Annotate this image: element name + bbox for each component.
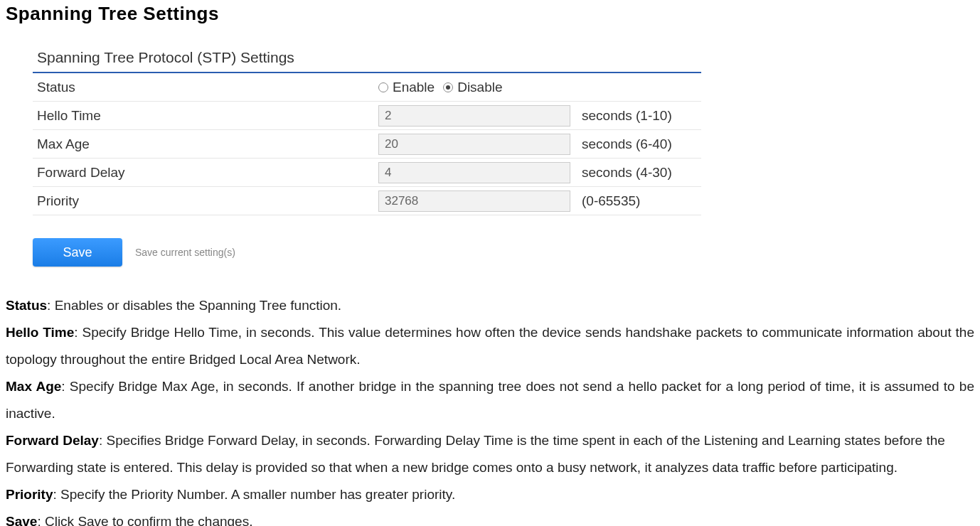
desc-priority-text: : Specify the Priority Number. A smaller… bbox=[53, 487, 456, 502]
row-priority: Priority (0-65535) bbox=[33, 187, 701, 215]
status-enable-radio[interactable]: Enable bbox=[378, 80, 435, 95]
row-status: Status Enable Disable bbox=[33, 73, 701, 102]
save-row: Save Save current setting(s) bbox=[33, 238, 974, 267]
desc-fwd-term: Forward Delay bbox=[6, 433, 99, 448]
desc-status-text: : Enables or disables the Spanning Tree … bbox=[47, 298, 341, 313]
page-title: Spanning Tree Settings bbox=[6, 3, 974, 25]
radio-icon bbox=[378, 82, 388, 92]
status-radio-group: Enable Disable bbox=[378, 80, 697, 95]
status-enable-label: Enable bbox=[393, 80, 435, 95]
desc-maxage-term: Max Age bbox=[6, 379, 61, 394]
radio-icon bbox=[443, 82, 453, 92]
row-max-age: Max Age seconds (6-40) bbox=[33, 130, 701, 159]
status-disable-radio[interactable]: Disable bbox=[443, 80, 502, 95]
desc-hello-term: Hello Time bbox=[6, 325, 74, 340]
forward-delay-unit: seconds (4-30) bbox=[582, 165, 672, 181]
hello-time-unit: seconds (1-10) bbox=[582, 108, 672, 124]
priority-label: Priority bbox=[37, 193, 378, 209]
max-age-input[interactable] bbox=[378, 134, 570, 155]
desc-maxage-text: : Specify Bridge Max Age, in seconds. If… bbox=[6, 379, 974, 421]
desc-fwd-text: : Specifies Bridge Forward Delay, in sec… bbox=[6, 433, 945, 475]
priority-input[interactable] bbox=[378, 190, 570, 212]
desc-status-term: Status bbox=[6, 298, 47, 313]
priority-unit: (0-65535) bbox=[582, 193, 640, 209]
row-hello-time: Hello Time seconds (1-10) bbox=[33, 102, 701, 130]
hello-time-label: Hello Time bbox=[37, 108, 378, 124]
save-hint: Save current setting(s) bbox=[135, 247, 235, 258]
desc-save-term: Save bbox=[6, 514, 37, 526]
desc-hello-text: : Specify Bridge Hello Time, in seconds.… bbox=[6, 325, 974, 367]
hello-time-input[interactable] bbox=[378, 105, 570, 127]
row-forward-delay: Forward Delay seconds (4-30) bbox=[33, 159, 701, 187]
desc-save-text: : Click Save to confirm the changes. bbox=[37, 514, 252, 526]
descriptions: Status: Enables or disables the Spanning… bbox=[6, 292, 974, 526]
save-button[interactable]: Save bbox=[33, 238, 122, 267]
stp-settings-panel: Spanning Tree Protocol (STP) Settings St… bbox=[33, 45, 701, 215]
panel-heading: Spanning Tree Protocol (STP) Settings bbox=[33, 45, 701, 73]
max-age-label: Max Age bbox=[37, 136, 378, 152]
forward-delay-input[interactable] bbox=[378, 162, 570, 183]
status-label: Status bbox=[37, 80, 378, 95]
forward-delay-label: Forward Delay bbox=[37, 165, 378, 181]
max-age-unit: seconds (6-40) bbox=[582, 136, 672, 152]
status-disable-label: Disable bbox=[457, 80, 502, 95]
desc-priority-term: Priority bbox=[6, 487, 53, 502]
